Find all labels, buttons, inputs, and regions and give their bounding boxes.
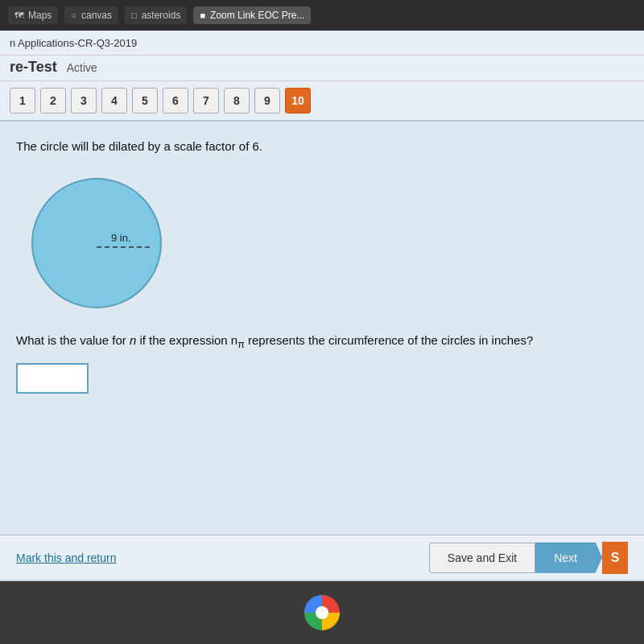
tab-canvas-label: canvas	[81, 10, 112, 21]
question-part2: What is the value for n if the expressio…	[16, 332, 628, 353]
tab-maps-label: Maps	[28, 10, 52, 21]
chrome-icon[interactable]	[304, 595, 340, 630]
asteroids-icon: □	[131, 10, 137, 20]
tab-zoom[interactable]: ■ Zoom Link EOC Pre...	[193, 6, 311, 24]
question-num-5[interactable]: 5	[132, 88, 158, 114]
question-num-8[interactable]: 8	[224, 88, 250, 114]
question-num-4[interactable]: 4	[101, 88, 127, 114]
footer-right-buttons: Save and Exit Next S	[429, 542, 628, 574]
app-title: n Applications-CR-Q3-2019	[10, 37, 137, 49]
question-num-10[interactable]: 10	[285, 88, 311, 114]
chrome-taskbar	[0, 581, 644, 644]
question-num-3[interactable]: 3	[71, 88, 97, 114]
active-badge: Active	[67, 61, 97, 74]
tab-maps[interactable]: 🗺 Maps	[8, 6, 58, 24]
zoom-icon: ■	[200, 10, 205, 20]
chrome-inner-circle	[316, 606, 328, 619]
circle-diagram: 9 in.	[16, 171, 628, 316]
circle-svg: 9 in.	[24, 171, 169, 316]
question-num-6[interactable]: 6	[163, 88, 188, 114]
next-button[interactable]: Next	[535, 543, 602, 573]
q2-prefix: What is the value for	[16, 333, 130, 347]
maps-icon: 🗺	[14, 10, 23, 20]
tab-canvas[interactable]: ○ canvas	[64, 6, 118, 24]
tab-asteroids-label: asteroids	[142, 10, 181, 21]
footer-bar: Mark this and return Save and Exit Next …	[0, 535, 644, 580]
question-num-2[interactable]: 2	[40, 88, 66, 114]
browser-bar: 🗺 Maps ○ canvas □ asteroids ■ Zoom Link …	[0, 0, 644, 31]
circle-shape	[32, 179, 161, 308]
main-content: The circle will be dilated by a scale fa…	[0, 122, 644, 540]
question-part1: The circle will be dilated by a scale fa…	[16, 138, 628, 156]
partial-button[interactable]: S	[602, 542, 628, 574]
mark-return-button[interactable]: Mark this and return	[16, 551, 117, 564]
save-exit-button[interactable]: Save and Exit	[429, 543, 535, 573]
app-header: n Applications-CR-Q3-2019	[0, 31, 644, 56]
question-num-7[interactable]: 7	[193, 88, 219, 114]
question-num-9[interactable]: 9	[254, 88, 280, 114]
q2-n: n	[130, 333, 136, 347]
tab-asteroids[interactable]: □ asteroids	[125, 6, 187, 24]
canvas-icon: ○	[71, 10, 76, 20]
question-num-1[interactable]: 1	[10, 88, 35, 114]
pretest-label: re-Test	[10, 59, 57, 76]
q2-suffix: if the expression nπ represents the circ…	[136, 333, 533, 347]
answer-input[interactable]	[16, 363, 89, 394]
radius-label: 9 in.	[111, 232, 131, 244]
tab-zoom-label: Zoom Link EOC Pre...	[210, 10, 304, 21]
pretest-bar: re-Test Active	[0, 56, 644, 81]
question-numbers-row: 1 2 3 4 5 6 7 8 9 10	[0, 81, 644, 122]
